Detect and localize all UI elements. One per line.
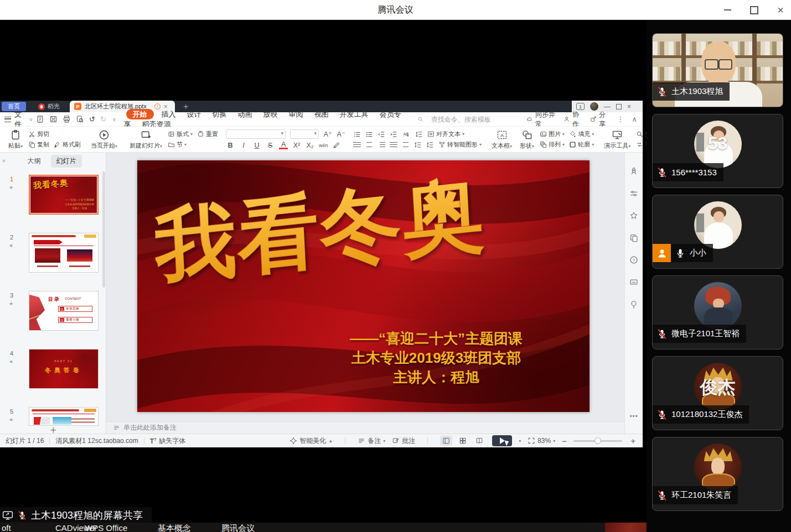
decrease-indent-icon[interactable] bbox=[378, 131, 385, 138]
menu-item[interactable]: 开始 bbox=[126, 109, 154, 119]
collaborate-button[interactable]: 协作 bbox=[563, 110, 582, 129]
tab-outline[interactable]: 大纲 bbox=[24, 155, 44, 168]
more-menu-icon[interactable]: ⋮ bbox=[617, 115, 624, 123]
print-icon[interactable] bbox=[63, 115, 71, 123]
customize-quickbar-chevron[interactable]: ∨ bbox=[112, 117, 116, 122]
font-family-select[interactable] bbox=[226, 129, 286, 139]
thumbnail-scrollbar[interactable] bbox=[102, 171, 105, 288]
subscript-button[interactable]: X₂ bbox=[306, 142, 314, 149]
zoom-in-button[interactable]: ＋ bbox=[629, 436, 637, 446]
wps-minimize-button[interactable]: — bbox=[604, 103, 611, 110]
favorites-icon[interactable] bbox=[629, 211, 638, 220]
slide-canvas[interactable]: 我看冬奥 ——“喜迎二十大”主题团课 土木专业2019级3班团支部 主讲人：程旭 bbox=[106, 153, 624, 421]
underline-button[interactable]: U bbox=[252, 142, 261, 149]
current-slide[interactable]: 我看冬奥 ——“喜迎二十大”主题团课 土木专业2019级3班团支部 主讲人：程旭 bbox=[137, 160, 590, 412]
slide-sorter-view-button[interactable] bbox=[457, 436, 469, 446]
zoom-slider[interactable] bbox=[573, 440, 622, 442]
shortcut-keys-icon[interactable] bbox=[629, 278, 638, 286]
fill-button[interactable]: 填充▾ bbox=[569, 130, 594, 138]
menu-item[interactable]: 切换 bbox=[207, 110, 232, 118]
notes-button[interactable]: 备注▾ bbox=[358, 436, 385, 446]
participant-tile[interactable]: 土木1903程旭 bbox=[652, 33, 783, 107]
copy-button[interactable]: 复制 bbox=[28, 140, 49, 149]
reading-view-button[interactable] bbox=[473, 436, 485, 446]
menu-item[interactable]: 插入 bbox=[156, 110, 182, 118]
mic-icon[interactable] bbox=[675, 248, 686, 259]
superscript-button[interactable]: X² bbox=[292, 142, 301, 149]
taskbar-item[interactable]: 基本概念 bbox=[158, 523, 191, 532]
properties-icon[interactable] bbox=[629, 189, 638, 198]
menu-item[interactable]: 动画 bbox=[232, 110, 258, 118]
wps-restore-button[interactable] bbox=[616, 104, 622, 109]
participant-tile[interactable]: 环工2101朱笑言 bbox=[652, 437, 783, 511]
section-button[interactable]: 节▾ bbox=[168, 140, 218, 149]
increase-indent-icon[interactable] bbox=[390, 131, 397, 138]
reset-button[interactable]: 重置 bbox=[197, 130, 218, 138]
arrange-button[interactable]: 排列▾ bbox=[540, 140, 565, 149]
mic-muted-icon[interactable] bbox=[656, 490, 668, 501]
window-list-badge[interactable]: 1 bbox=[576, 103, 585, 110]
align-left-icon[interactable] bbox=[353, 142, 361, 148]
phonetic-guide-button[interactable]: wén bbox=[319, 143, 328, 148]
participant-tile[interactable]: 微电子2101王智裕 bbox=[652, 275, 783, 350]
rail-more-icon[interactable]: ••• bbox=[629, 413, 638, 420]
sync-status[interactable]: 同步异常 bbox=[526, 110, 556, 129]
command-search-input[interactable] bbox=[431, 116, 527, 123]
distribute-icon[interactable] bbox=[402, 142, 410, 148]
normal-view-button[interactable] bbox=[440, 436, 452, 446]
redo-icon[interactable]: ↻ bbox=[100, 115, 106, 123]
align-right-icon[interactable] bbox=[378, 142, 385, 148]
bold-button[interactable]: B bbox=[226, 142, 235, 149]
format-painter-button[interactable]: 格式刷 bbox=[54, 140, 81, 149]
template-source[interactable]: 清风素材1 12sc.taobao.com bbox=[55, 436, 138, 446]
maximize-button[interactable] bbox=[748, 4, 760, 16]
menu-item[interactable]: 开发工具 bbox=[334, 110, 374, 118]
zoom-slider-knob[interactable] bbox=[594, 437, 601, 444]
undo-icon[interactable]: ↺ bbox=[89, 115, 95, 123]
smart-beautify-button[interactable]: 智能美化▲ bbox=[289, 436, 333, 446]
slideshow-button[interactable] bbox=[492, 435, 512, 446]
present-tools-button[interactable]: 演示工具▾ bbox=[602, 129, 633, 150]
wps-close-button[interactable]: × bbox=[627, 103, 631, 110]
new-doc-icon[interactable] bbox=[36, 115, 44, 123]
numbered-list-icon[interactable] bbox=[365, 131, 373, 138]
minimize-button[interactable] bbox=[721, 4, 733, 16]
docer-templates-icon[interactable] bbox=[629, 167, 638, 176]
paragraph-spacing-icon[interactable] bbox=[414, 141, 422, 149]
taskbar-item[interactable]: 腾讯会议 bbox=[221, 523, 255, 532]
align-center-icon[interactable] bbox=[365, 142, 373, 148]
menu-item[interactable]: 放映 bbox=[258, 110, 283, 118]
print-preview-icon[interactable] bbox=[76, 115, 84, 123]
decrease-font-icon[interactable]: A⁻ bbox=[337, 130, 345, 138]
tab-docer[interactable]: 稻壳 bbox=[34, 102, 64, 111]
paste-button[interactable]: 粘贴▾ bbox=[6, 129, 25, 150]
notes-bar[interactable]: 单击此处添加备注 bbox=[106, 421, 624, 434]
slideshow-options-chevron[interactable]: ▾ bbox=[519, 439, 521, 444]
taskbar-item[interactable]: WPS Office bbox=[85, 523, 127, 532]
bullet-list-icon[interactable] bbox=[353, 131, 361, 138]
tab-slides[interactable]: 幻灯片 bbox=[51, 155, 82, 168]
increase-font-icon[interactable]: A⁺ bbox=[323, 130, 332, 138]
participant-tile[interactable]: 俊杰 1012180132王俊杰 bbox=[652, 356, 783, 430]
hamburger-menu-icon[interactable] bbox=[4, 117, 11, 122]
mic-muted-icon[interactable] bbox=[656, 167, 668, 178]
to-smartart-button[interactable]: 转智能图形▾ bbox=[438, 140, 482, 149]
picture-button[interactable]: 图片▾ bbox=[540, 130, 565, 138]
menu-item[interactable]: 审阅 bbox=[283, 110, 309, 118]
new-slide-button[interactable]: 新建幻灯片▾ bbox=[127, 129, 164, 150]
row-spacing-icon[interactable] bbox=[426, 141, 434, 149]
outline-button[interactable]: 轮廓▾ bbox=[569, 140, 594, 149]
italic-button[interactable]: I bbox=[239, 142, 248, 149]
tips-icon[interactable] bbox=[629, 300, 638, 309]
cut-button[interactable]: 剪切 bbox=[28, 130, 81, 138]
missing-font-label[interactable]: 缺失字体 bbox=[159, 436, 185, 446]
help-icon[interactable] bbox=[629, 255, 638, 264]
highlight-button[interactable]: 🖉 bbox=[332, 142, 341, 149]
taskbar-item[interactable]: oft bbox=[2, 523, 11, 532]
fit-slide-icon[interactable] bbox=[528, 437, 535, 445]
text-box-button[interactable]: 文本框▾ bbox=[489, 129, 514, 150]
font-color-button[interactable]: A bbox=[279, 141, 288, 150]
strikethrough-button[interactable]: S bbox=[266, 142, 275, 149]
layout-button[interactable]: 版式▾ bbox=[168, 130, 193, 138]
text-direction-icon[interactable] bbox=[402, 131, 411, 138]
